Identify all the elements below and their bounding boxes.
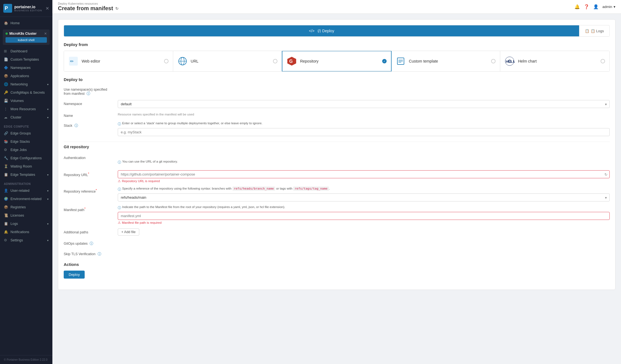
sidebar-item-registries[interactable]: 📦 Registries xyxy=(0,203,52,211)
sidebar-namespaces-label: Namespaces xyxy=(10,66,31,70)
manifest-hint: ⓘ Indicate the path to the Manifest file… xyxy=(118,205,610,210)
logs-button[interactable]: 📋 📋 Logs xyxy=(579,26,609,36)
sidebar-item-edge-configurations[interactable]: 🔧 Edge Configurations xyxy=(0,154,52,162)
sidebar-item-licenses[interactable]: 📜 Licenses xyxy=(0,211,52,220)
namespace-select[interactable]: default xyxy=(118,100,610,108)
cluster-status-dot xyxy=(6,33,8,35)
helm-chart-label: Helm chart xyxy=(518,59,537,63)
gitops-help-icon[interactable]: ⓘ xyxy=(90,242,93,246)
content-area: </> ⟨/⟩ Deploy 📋 📋 Logs Deploy from ✏ xyxy=(52,14,621,364)
deploy-from-section: Deploy from ✏ Web editor URL xyxy=(64,42,610,72)
sidebar-item-waiting-room[interactable]: ⏳ Waiting Room xyxy=(0,162,52,171)
dashboard-icon: ⊞ xyxy=(4,49,8,53)
repo-ref-select[interactable]: refs/heads/main xyxy=(118,193,610,201)
repo-url-row: Repository URL* ↻ ⚠ Repository URL is re… xyxy=(64,170,610,183)
repo-ref-select-wrap: refs/heads/main xyxy=(118,193,610,201)
topbar: Deploy Kubernetes resources Create from … xyxy=(52,0,621,14)
deploy-option-helm-chart[interactable]: HELM Helm chart xyxy=(500,51,609,71)
repo-url-input[interactable] xyxy=(118,170,610,178)
sidebar-item-volumes[interactable]: 💾 Volumes xyxy=(0,97,52,105)
page-title-text: Create from manifest xyxy=(58,5,113,12)
user-chevron-icon: ▾ xyxy=(614,5,615,9)
logs-chevron-icon: ▾ xyxy=(47,222,49,225)
logo-main-text: portainer.io xyxy=(14,5,42,9)
repo-url-error: ⚠ Repository URL is required xyxy=(118,179,610,183)
sidebar-item-networking[interactable]: 🌐 Networking ▾ xyxy=(0,80,52,88)
sidebar-item-applications[interactable]: 📦 Applications xyxy=(0,72,52,80)
sidebar-item-dashboard[interactable]: ⊞ Dashboard xyxy=(0,47,52,55)
configmaps-icon: 🔑 xyxy=(4,90,8,95)
stack-input[interactable] xyxy=(118,128,610,136)
user-menu[interactable]: admin ▾ xyxy=(603,5,615,9)
sidebar-item-user-related[interactable]: 👤 User-related ▾ xyxy=(0,187,52,195)
repo-ref-label-text: Repository reference xyxy=(64,190,96,193)
deploy-option-custom-template[interactable]: Custom template xyxy=(391,51,500,71)
divider xyxy=(64,142,610,142)
manifest-hint-info-icon: ⓘ xyxy=(118,206,121,210)
stack-row: Stack ⓘ ⓘ Enter or select a 'stack' name… xyxy=(64,122,610,136)
sidebar-item-notifications[interactable]: 🔔 Notifications xyxy=(0,228,52,236)
manifest-path-input[interactable] xyxy=(118,212,610,220)
settings-chevron-icon: ▾ xyxy=(47,239,49,242)
namespaces-icon: 🔷 xyxy=(4,66,8,70)
namespace-toggle-help-icon[interactable]: ⓘ xyxy=(87,92,90,96)
helm-chart-radio[interactable] xyxy=(601,59,605,63)
kubectl-shell-button[interactable]: kubectl shell xyxy=(6,37,47,43)
sidebar-item-namespaces[interactable]: 🔷 Namespaces xyxy=(0,64,52,72)
manifest-path-error: ⚠ Manifest file path is required xyxy=(118,221,610,225)
sidebar: P portainer.io Business Edition ✕ 🏠 Home… xyxy=(0,0,52,364)
sidebar-item-cluster[interactable]: ☁ Cluster ▾ xyxy=(0,113,52,122)
auth-hint-info-icon: ⓘ xyxy=(118,160,121,165)
add-file-button[interactable]: + Add file xyxy=(118,228,139,236)
logo-area: P portainer.io Business Edition ✕ xyxy=(0,0,52,17)
actions-deploy-button[interactable]: Deploy xyxy=(64,271,85,279)
deploy-main-button[interactable]: </> ⟨/⟩ Deploy xyxy=(64,25,579,36)
stack-help-icon[interactable]: ⓘ xyxy=(74,124,78,128)
sidebar-item-edge-templates[interactable]: 📋 Edge Templates ▾ xyxy=(0,171,52,179)
deploy-option-url[interactable]: URL xyxy=(173,51,282,71)
repository-radio[interactable] xyxy=(382,59,387,63)
deploy-option-web-editor[interactable]: ✏ Web editor xyxy=(64,51,173,71)
cluster-close-button[interactable]: ✕ xyxy=(44,32,47,36)
sidebar-item-home[interactable]: 🏠 Home xyxy=(0,19,52,27)
sidebar-close-button[interactable]: ✕ xyxy=(45,6,49,11)
sidebar-item-custom-templates[interactable]: 📄 Custom Templates xyxy=(0,55,52,64)
sidebar-item-more-resources[interactable]: ⋮ More Resources ▾ xyxy=(0,105,52,113)
sidebar-environment-related-label: Environment-related xyxy=(10,197,42,201)
name-hint: Resource names specified in the manifest… xyxy=(118,113,610,116)
repo-url-reload-icon[interactable]: ↻ xyxy=(604,172,607,176)
custom-template-label: Custom template xyxy=(409,59,438,63)
refresh-icon[interactable]: ↻ xyxy=(115,6,119,11)
custom-template-radio[interactable] xyxy=(491,59,496,63)
sidebar-edge-stacks-label: Edge Stacks xyxy=(10,140,30,144)
sidebar-item-settings[interactable]: ⚙ Settings ▾ xyxy=(0,236,52,244)
url-radio[interactable] xyxy=(273,59,277,63)
sidebar-item-environment-related[interactable]: 🌍 Environment-related ▾ xyxy=(0,195,52,203)
sidebar-more-resources-label: More Resources xyxy=(10,107,36,111)
page-title: Create from manifest ↻ xyxy=(58,5,119,12)
notifications-bell-icon[interactable]: 🔔 xyxy=(574,4,580,9)
sidebar-item-configmaps[interactable]: 🔑 ConfigMaps & Secrets xyxy=(0,88,52,97)
cluster-box: MicroK8s Cluster ✕ kubectl shell xyxy=(3,29,50,45)
sidebar-item-edge-stacks[interactable]: 📚 Edge Stacks xyxy=(0,137,52,146)
deploy-option-repository[interactable]: G Repository xyxy=(282,51,392,72)
stack-field-wrap: ⓘ Enter or select a 'stack' name to grou… xyxy=(118,122,610,136)
manifest-hint-text: Indicate the path to the Manifest file f… xyxy=(122,205,285,209)
deploy-bar: </> ⟨/⟩ Deploy 📋 📋 Logs xyxy=(64,25,610,37)
web-editor-label: Web editor xyxy=(82,59,100,63)
home-icon: 🏠 xyxy=(4,21,8,25)
sidebar-item-edge-jobs[interactable]: ⚙ Edge Jobs xyxy=(0,146,52,154)
edge-templates-chevron-icon: ▾ xyxy=(47,173,49,176)
cluster-name: MicroK8s Cluster xyxy=(9,32,37,36)
edge-section-label: Edge compute xyxy=(0,122,52,129)
repo-ref-hint: ⓘ Specify a reference of the repository … xyxy=(118,187,610,192)
sidebar-edge-templates-label: Edge Templates xyxy=(10,173,35,177)
sidebar-item-logs[interactable]: 📋 Logs ▾ xyxy=(0,220,52,228)
web-editor-radio[interactable] xyxy=(164,59,168,63)
help-icon[interactable]: ❓ xyxy=(584,4,589,9)
namespace-toggle-label: Use namespace(s) specified from manifest… xyxy=(64,86,113,96)
stack-hint: ⓘ Enter or select a 'stack' name to grou… xyxy=(118,122,610,126)
sidebar-item-edge-groups[interactable]: 🔗 Edge Groups xyxy=(0,129,52,137)
user-icon[interactable]: 👤 xyxy=(593,4,599,9)
skip-tls-help-icon[interactable]: ⓘ xyxy=(98,252,101,256)
